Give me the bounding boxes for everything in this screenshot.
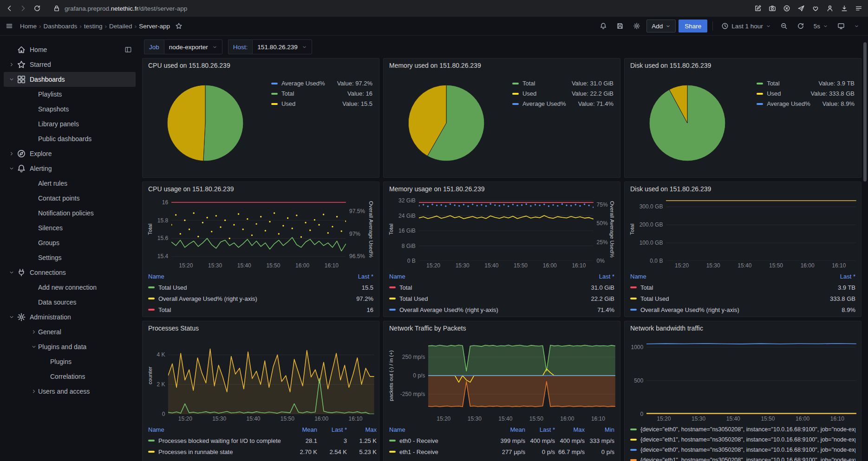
sidebar-item-groups[interactable]: Groups <box>4 235 136 250</box>
cpu-ts-chart[interactable]: Total15.415.615.81696.5%97%97.5%Overall … <box>146 198 374 269</box>
table-row[interactable]: eth0 - Receive399 mp/s400 mp/s400 mp/s33… <box>389 435 614 446</box>
column-header-name[interactable]: Name <box>148 426 287 433</box>
chevron-right-icon[interactable] <box>30 329 38 335</box>
sidebar-item-connections[interactable]: Connections <box>4 265 136 280</box>
edit-extension-icon[interactable] <box>754 5 762 12</box>
panel-title[interactable]: Memory used on 151.80.26.239 <box>384 58 620 72</box>
sidebar-item-administration[interactable]: Administration <box>4 310 136 325</box>
column-header-mean[interactable]: Mean <box>496 426 525 433</box>
collapse-header-button[interactable] <box>851 19 862 32</box>
column-header-name[interactable]: Name <box>630 273 814 280</box>
address-bar[interactable]: grafana.preprod.netethic.fr/d/test/serve… <box>53 5 187 12</box>
send-extension-icon[interactable] <box>797 5 805 12</box>
panel-title[interactable]: Processes Status <box>143 321 379 335</box>
share-button[interactable]: Share <box>679 19 707 32</box>
sidebar-item-explore[interactable]: Explore <box>4 146 136 161</box>
legend-item[interactable]: {device="eth0", hostname="ns3050208", in… <box>630 424 855 435</box>
table-row[interactable]: Total3.9 TB <box>630 282 855 293</box>
browser-back-icon[interactable] <box>6 5 13 12</box>
column-header-mean[interactable]: Mean <box>287 426 317 433</box>
panel-title[interactable]: Disk used on 151.80.26.239 <box>625 182 861 196</box>
blocker-extension-icon[interactable] <box>783 5 790 12</box>
sidebar-item-dashboards[interactable]: Dashboards <box>4 72 136 87</box>
chevron-down-icon[interactable] <box>7 314 16 320</box>
legend-item[interactable]: {device="eth0", hostname="ns3050208", in… <box>630 445 855 455</box>
column-header-last[interactable]: Last * <box>525 426 555 433</box>
column-header-name[interactable]: Name <box>389 273 573 280</box>
table-row[interactable]: Total16 <box>148 304 373 315</box>
column-header-name[interactable]: Name <box>389 426 496 433</box>
sidebar-item-add-new-connection[interactable]: Add new connection <box>4 280 136 295</box>
cpu-pie-chart[interactable] <box>162 80 248 166</box>
sidebar-item-home[interactable]: Home <box>4 42 136 57</box>
processes-chart[interactable]: counter02 K4 K15:2015:3015:4015:5016:001… <box>146 337 374 422</box>
breadcrumb-item-server-app[interactable]: Server-app <box>137 23 172 30</box>
breadcrumb-item-home[interactable]: Home <box>18 23 39 30</box>
host-select[interactable]: 151.80.26.239 <box>252 39 312 54</box>
mem-ts-chart[interactable]: Total0 B8 GiB16 GiB24 GiB32 GiB0%25%50%7… <box>387 198 615 269</box>
panel-title[interactable]: CPU used on 151.80.26.239 <box>143 58 379 72</box>
legend-item[interactable]: {device="eth1", hostname="ns3050208", in… <box>630 435 855 445</box>
sidebar-item-alerting[interactable]: Alerting <box>4 161 136 176</box>
chevron-down-icon[interactable] <box>30 344 38 350</box>
sidebar-item-general[interactable]: General <box>4 325 136 339</box>
save-dashboard-button[interactable] <box>613 19 627 32</box>
column-header-last[interactable]: Last * <box>332 273 373 280</box>
scrollbar-thumb[interactable] <box>863 42 867 182</box>
time-range-picker[interactable]: Last 1 hour <box>718 19 774 32</box>
panel-title[interactable]: CPU usage on 151.80.26.239 <box>143 182 379 196</box>
sidebar-item-users-and-access[interactable]: Users and access <box>4 384 136 399</box>
refresh-interval-picker[interactable]: 5s <box>810 19 831 32</box>
alerts-button[interactable] <box>596 19 610 32</box>
sidebar-item-snapshots[interactable]: Snapshots <box>4 102 136 117</box>
breadcrumb-item-dashboards[interactable]: Dashboards <box>41 23 80 30</box>
legend-item-total[interactable]: TotalValue: 3.9 TB <box>757 80 855 87</box>
table-row[interactable]: lo - Receive0 p/s0 p/s0 p/s0 p/s <box>389 457 614 461</box>
chevron-right-icon[interactable] <box>7 151 16 156</box>
tv-mode-button[interactable] <box>834 19 848 32</box>
browser-menu-icon[interactable] <box>855 5 862 12</box>
column-header-name[interactable]: Name <box>148 273 332 280</box>
pie-slice-used[interactable] <box>167 85 205 161</box>
zoom-out-time-button[interactable] <box>777 19 791 32</box>
column-header-last[interactable]: Last * <box>814 273 855 280</box>
breadcrumb-item-testing[interactable]: testing <box>82 23 105 30</box>
table-row[interactable]: Processes blocked waiting for I/O to com… <box>148 435 373 446</box>
mem-pie-chart[interactable] <box>403 80 489 166</box>
table-row[interactable]: Total Used333.8 GB <box>630 293 855 304</box>
sidebar-item-playlists[interactable]: Playlists <box>4 87 136 102</box>
plot-area[interactable] <box>666 198 856 261</box>
panel-title[interactable]: Network bandwidth traffic <box>625 321 861 335</box>
sidebar-item-contact-points[interactable]: Contact points <box>4 191 136 206</box>
chevron-right-icon[interactable] <box>7 62 16 67</box>
column-header-max[interactable]: Max <box>347 426 377 433</box>
sidebar-item-plugins[interactable]: Plugins <box>4 354 136 369</box>
profile-icon[interactable] <box>826 5 834 12</box>
sidebar-item-plugins-and-data[interactable]: Plugins and data <box>4 339 136 354</box>
legend-item-used[interactable]: UsedValue: 333.8 GB <box>757 90 855 97</box>
legend-item-average-used[interactable]: Average Used%Value: 8.9% <box>757 100 855 107</box>
sidebar-item-library-panels[interactable]: Library panels <box>4 117 136 131</box>
plot-area[interactable] <box>171 198 346 261</box>
sidebar-item-silences[interactable]: Silences <box>4 221 136 235</box>
column-header-max[interactable]: Max <box>555 426 585 433</box>
disk-ts-chart[interactable]: Total0.0 B100.0 GB200.0 GB300.0 GB15:201… <box>628 198 856 269</box>
net-bw-chart[interactable]: 0500100015:2015:3015:4015:5016:0016:10 <box>628 337 856 422</box>
sidebar-item-starred[interactable]: Starred <box>4 57 136 72</box>
refresh-dashboard-button[interactable] <box>794 19 808 32</box>
chevron-down-icon[interactable] <box>7 166 16 171</box>
add-button[interactable]: Add <box>646 19 676 32</box>
net-packets-chart[interactable]: packets out (-) / in (+)250 mp/s0 p/s-25… <box>387 337 615 422</box>
legend-item-total[interactable]: TotalValue: 31.0 GiB <box>512 80 613 87</box>
dashboard-settings-button[interactable] <box>630 19 644 32</box>
downloads-icon[interactable] <box>841 5 848 12</box>
plot-area[interactable] <box>646 337 856 414</box>
table-row[interactable]: Overall Average Used% (right y-axis)8.9% <box>630 304 855 315</box>
sidebar-item-settings[interactable]: Settings <box>4 250 136 265</box>
chevron-down-icon[interactable] <box>7 270 16 275</box>
chevron-right-icon[interactable] <box>30 389 38 394</box>
table-row[interactable]: Processes in runnable state2.70 K2.54 K5… <box>148 446 373 457</box>
legend-item-average-used[interactable]: Average Used%Value: 71.4% <box>512 100 613 107</box>
browser-forward-icon[interactable] <box>20 5 27 12</box>
sidebar-item-data-sources[interactable]: Data sources <box>4 295 136 310</box>
